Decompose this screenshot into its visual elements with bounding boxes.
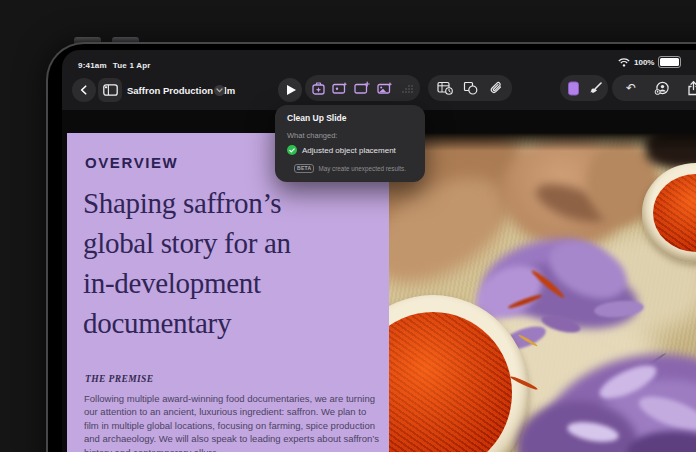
top-bar: 9:41amTue 1 Apr 100% Saffron Producti xyxy=(62,50,696,110)
title-chevron-icon xyxy=(216,88,223,93)
attachment-icon xyxy=(489,81,503,95)
share-button[interactable] xyxy=(684,79,696,97)
new-slide-icon xyxy=(354,81,370,95)
ai-new-slide-icon xyxy=(332,81,348,95)
headline-line: global story for an xyxy=(83,223,383,263)
share-icon xyxy=(687,81,696,96)
slide-photo[interactable] xyxy=(389,133,696,452)
popup-subtitle: What changed: xyxy=(287,131,337,140)
battery-percent: 100% xyxy=(634,58,654,67)
status-indicators: 100% xyxy=(618,56,681,68)
collaborate-button[interactable] xyxy=(653,79,671,97)
slide-headline[interactable]: Shaping saffron’s global story for an in… xyxy=(83,183,383,343)
photo-top-shadow xyxy=(389,133,696,151)
format-icon xyxy=(567,81,580,96)
undo-button[interactable]: ↶ xyxy=(622,79,640,97)
table-chart-button[interactable] xyxy=(436,79,454,97)
back-button[interactable] xyxy=(72,78,96,102)
clean-up-button[interactable] xyxy=(309,79,327,97)
format-toolbar-group xyxy=(560,75,608,101)
back-icon xyxy=(79,85,89,95)
status-time: 9:41am xyxy=(78,61,107,70)
popup-change-text: Adjusted object placement xyxy=(302,146,396,155)
shapes-icon xyxy=(463,81,478,95)
insert-toolbar-group xyxy=(305,75,420,101)
ai-image-button[interactable] xyxy=(376,79,394,97)
draw-brush-icon xyxy=(588,81,603,96)
clean-up-popup: Clean Up Slide What changed: Adjusted ob… xyxy=(275,105,425,182)
headline-line: in-development xyxy=(83,263,383,303)
play-button[interactable] xyxy=(278,78,302,102)
headline-line: documentary xyxy=(83,303,383,343)
action-toolbar-group: ↶ ··· xyxy=(612,75,696,101)
headline-line: Shaping saffron’s xyxy=(83,183,383,223)
beta-note: May create unexpected results. xyxy=(318,165,406,172)
slide-body-text[interactable]: Following multiple award-winning food do… xyxy=(84,392,382,452)
popup-change-row: Adjusted object placement xyxy=(287,145,396,155)
ai-image-icon xyxy=(377,81,393,95)
document-title-menu-button[interactable] xyxy=(214,85,225,96)
draw-brush-button[interactable] xyxy=(586,79,604,97)
slide-section-label[interactable]: THE PREMISE xyxy=(85,374,154,384)
attachment-button[interactable] xyxy=(487,79,505,97)
slide-eyebrow[interactable]: OVERVIEW xyxy=(85,154,178,171)
checkmark-icon xyxy=(287,145,297,155)
status-time-date: 9:41amTue 1 Apr xyxy=(78,61,157,70)
media-toolbar-group xyxy=(428,75,512,101)
slide-navigator-icon xyxy=(103,84,118,96)
clean-up-icon xyxy=(311,81,326,96)
popup-beta-row: BETA May create unexpected results. xyxy=(275,164,425,173)
undo-icon: ↶ xyxy=(626,82,636,94)
shapes-button[interactable] xyxy=(461,79,479,97)
status-date: Tue 1 Apr xyxy=(113,61,151,70)
battery-icon xyxy=(658,56,681,68)
format-button-selected[interactable] xyxy=(564,79,582,97)
collaborate-icon xyxy=(654,81,670,96)
popup-title: Clean Up Slide xyxy=(287,113,347,123)
table-chart-icon xyxy=(437,81,453,95)
chart-icon xyxy=(400,82,414,95)
slide-navigator-button[interactable] xyxy=(98,78,122,102)
chart-button-disabled xyxy=(398,79,416,97)
wifi-icon xyxy=(618,58,630,67)
new-slide-button[interactable] xyxy=(353,79,371,97)
ai-new-slide-button[interactable] xyxy=(331,79,349,97)
ipad-screen: 9:41amTue 1 Apr 100% Saffron Producti xyxy=(62,50,696,452)
beta-badge: BETA xyxy=(294,164,314,173)
play-icon xyxy=(287,85,296,95)
